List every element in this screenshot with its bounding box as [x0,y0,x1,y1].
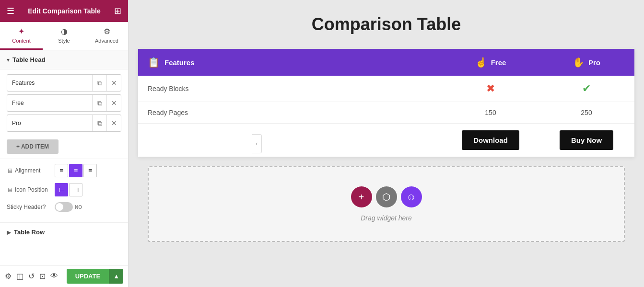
table-head-title: Table Head [12,56,45,63]
drag-circle-widget[interactable]: ⬡ [376,186,397,207]
drag-circle-smiley[interactable]: ☺ [401,186,422,207]
bottom-tools: ⚙ ◫ ↺ ⊡ 👁 [5,272,58,281]
th-features: 📋 Features [138,49,443,76]
th-free: ☝ Free [443,49,539,76]
item-row-features: Features ⧉ ✕ [7,74,121,92]
icon-position-label: 🖥 Icon Position [7,186,55,194]
panel-header: ☰ Edit Comparison Table ⊞ [0,0,128,22]
item-label-free: Free [7,100,92,106]
tab-advanced-label: Advanced [95,38,118,44]
style-tab-icon: ◑ [61,27,68,36]
left-panel: ☰ Edit Comparison Table ⊞ ✦ Content ◑ St… [0,0,129,287]
panel-tabs: ✦ Content ◑ Style ⚙ Advanced [0,22,128,50]
notes-tool-icon[interactable]: ⊡ [39,272,46,281]
sticky-header-row: Sticky Header? NO [7,202,121,212]
sticky-header-label: Sticky Header? [7,204,55,210]
toggle-track[interactable] [55,202,73,212]
item-label-pro: Pro [7,120,92,126]
align-left-button[interactable]: ≡ [55,164,68,177]
items-list: Features ⧉ ✕ Free ⧉ ✕ Pro ⧉ ✕ [0,69,128,137]
comparison-table-head: 📋 Features ☝ Free ✋ Pro [138,49,634,76]
drag-circle-add[interactable]: + [351,186,372,207]
comparison-table: 📋 Features ☝ Free ✋ Pro [138,49,634,157]
item-delete-features[interactable]: ✕ [106,75,121,91]
alignment-text: Alignment [15,167,40,174]
sticky-header-text: Sticky Header? [7,204,46,210]
td-ready-pages-pro: 250 [539,102,634,124]
update-button[interactable]: UPDATE [67,269,109,284]
td-ready-blocks-feature: Ready Blocks [138,76,443,102]
tab-advanced[interactable]: ⚙ Advanced [85,22,128,50]
toggle-label: NO [75,205,82,210]
alignment-label: 🖥 Alignment [7,167,55,174]
table-header-row: 📋 Features ☝ Free ✋ Pro [138,49,634,76]
features-header-icon: 📋 [148,57,160,68]
table-row-header[interactable]: ▶ Table Row [7,229,121,236]
update-button-group: UPDATE ▲ [67,269,123,284]
drag-widget-text: Drag widget here [361,214,412,222]
icon-pos-right-button[interactable]: ⊣ [69,183,82,196]
tab-content-label: Content [12,38,31,44]
settings-tool-icon[interactable]: ⚙ [5,272,12,281]
eye-tool-icon[interactable]: 👁 [50,272,58,281]
main-content: Comparison Table 📋 Features ☝ Free [129,0,644,261]
th-features-content: 📋 Features [148,57,433,68]
align-right-button[interactable]: ≡ [83,164,97,177]
table-row-title: Table Row [14,229,45,236]
content-tab-icon: ✦ [18,27,24,36]
bottom-toolbar: ⚙ ◫ ↺ ⊡ 👁 UPDATE ▲ [0,265,128,287]
td-ready-pages-free: 150 [443,102,539,124]
item-duplicate-free[interactable]: ⧉ [92,95,106,111]
grid-icon[interactable]: ⊞ [114,6,121,16]
history-tool-icon[interactable]: ↺ [28,272,35,281]
item-row-pro: Pro ⧉ ✕ [7,115,121,132]
table-row-collapse-icon: ▶ [7,229,11,236]
tab-style[interactable]: ◑ Style [43,22,85,50]
td-ready-blocks-free: ✖ [443,76,539,102]
settings-section: 🖥 Alignment ≡ ≡ ≡ 🖥 Icon Position ⊢ ⊣ [0,159,128,222]
buy-now-button[interactable]: Buy Now [560,130,613,150]
td-actions-empty [138,124,443,157]
sticky-header-toggle[interactable]: NO [55,202,82,212]
alignment-buttons: ≡ ≡ ≡ [55,164,97,177]
table-row-section: ▶ Table Row [0,222,128,241]
item-delete-free[interactable]: ✕ [106,95,121,111]
panel-title: Edit Comparison Table [28,7,100,15]
icon-position-buttons: ⊢ ⊣ [55,183,82,196]
tab-content[interactable]: ✦ Content [0,22,43,50]
icon-position-text: Icon Position [15,186,48,193]
item-label-features: Features [7,80,92,86]
menu-icon[interactable]: ☰ [7,6,14,16]
ready-blocks-free-icon: ✖ [486,82,495,94]
table-row-ready-blocks: Ready Blocks ✖ ✔ [138,76,634,102]
alignment-icon: 🖥 [7,167,13,174]
layers-tool-icon[interactable]: ◫ [16,272,23,281]
toggle-knob [56,203,63,211]
item-duplicate-pro[interactable]: ⧉ [92,115,106,131]
add-item-button[interactable]: + ADD ITEM [7,139,59,154]
icon-position-icon: 🖥 [7,186,13,194]
features-header-label: Features [164,58,195,67]
td-ready-pages-feature: Ready Pages [138,102,443,124]
table-row-ready-pages: Ready Pages 150 250 [138,102,634,124]
pro-header-icon: ✋ [573,57,585,68]
alignment-row: 🖥 Alignment ≡ ≡ ≡ [7,164,121,177]
comparison-table-title: Comparison Table [138,14,634,34]
icon-pos-left-button[interactable]: ⊢ [55,183,68,196]
table-head-section-header[interactable]: ▾ Table Head [0,50,128,69]
th-pro-content: ✋ Pro [548,57,625,68]
item-delete-pro[interactable]: ✕ [106,115,121,131]
drag-circles: + ⬡ ☺ [351,186,422,207]
align-center-button[interactable]: ≡ [69,164,82,177]
td-download-action: Download [443,124,539,157]
right-panel: Comparison Table 📋 Features ☝ Free [129,0,644,287]
download-button[interactable]: Download [462,130,519,150]
free-header-label: Free [491,58,506,67]
td-buy-now-action: Buy Now [539,124,634,157]
collapse-handle[interactable]: ‹ [252,134,262,153]
table-row-actions: Download Buy Now [138,124,634,157]
comparison-table-body: Ready Blocks ✖ ✔ Ready Pages 150 250 [138,76,634,157]
update-arrow-button[interactable]: ▲ [109,269,123,284]
panel-content: ▾ Table Head Features ⧉ ✕ Free ⧉ ✕ Pro ⧉… [0,50,128,265]
item-duplicate-features[interactable]: ⧉ [92,75,106,91]
